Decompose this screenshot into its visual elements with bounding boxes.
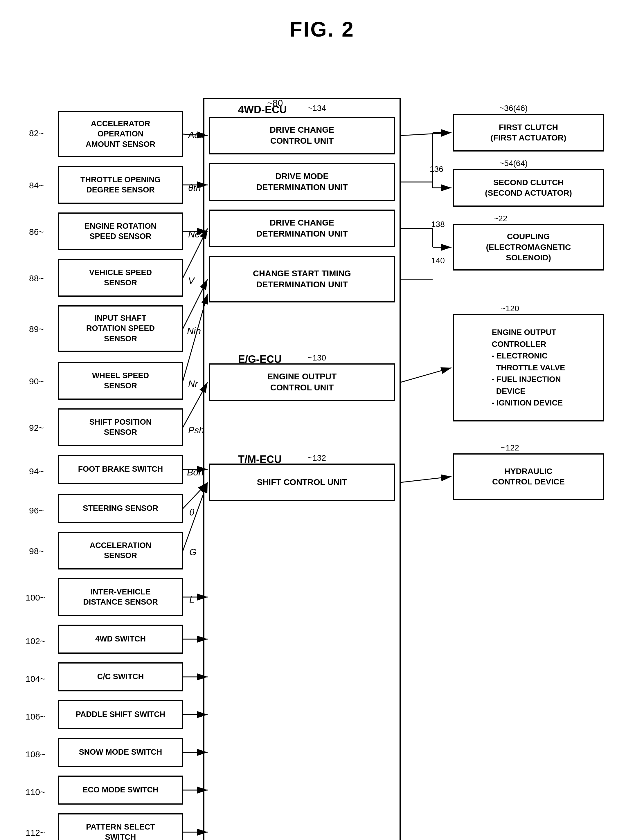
ref-22: ~22 <box>494 214 508 223</box>
svg-line-28 <box>401 477 452 482</box>
ref-106: 106~ <box>26 712 45 722</box>
ref-136: 136 <box>430 164 444 174</box>
sensor-84: THROTTLE OPENINGDEGREE SENSOR <box>58 166 183 204</box>
ref-86: 86~ <box>29 227 44 237</box>
output-second-clutch: SECOND CLUTCH(SECOND ACTUATOR) <box>453 169 604 207</box>
signal-bon: Bon <box>187 467 204 478</box>
sensor-108: SNOW MODE SWITCH <box>58 738 183 767</box>
ref-138: 138 <box>431 220 445 229</box>
ref-122: ~122 <box>501 443 519 453</box>
ref-134: ~134 <box>308 103 326 113</box>
sensor-112: PATTERN SELECTSWITCH <box>58 813 183 840</box>
unit-drive-change-det: DRIVE CHANGEDETERMINATION UNIT <box>209 210 395 247</box>
ref-130: ~130 <box>308 353 326 363</box>
sensor-110: ECO MODE SWITCH <box>58 776 183 805</box>
ref-84: 84~ <box>29 180 44 190</box>
unit-shift-control: SHIFT CONTROL UNIT <box>209 464 395 501</box>
ref-102: 102~ <box>26 636 45 646</box>
ref-88: 88~ <box>29 273 44 283</box>
ref-104: 104~ <box>26 674 45 684</box>
output-engine-controller: ENGINE OUTPUTCONTROLLER- ELECTRONIC THRO… <box>453 314 604 422</box>
ref-112: 112~ <box>26 828 45 838</box>
sensor-90: WHEEL SPEEDSENSOR <box>58 362 183 400</box>
sensor-104: C/C SWITCH <box>58 662 183 691</box>
unit-drive-change-control: DRIVE CHANGECONTROL UNIT <box>209 116 395 154</box>
signal-ne: Ne <box>188 229 200 240</box>
sensor-92: SHIFT POSITIONSENSOR <box>58 409 183 446</box>
ref-92: 92~ <box>29 423 44 433</box>
sensor-89: INPUT SHAFTROTATION SPEEDSENSOR <box>58 305 183 352</box>
page-title: FIG. 2 <box>0 0 644 53</box>
ref-98: 98~ <box>29 546 44 556</box>
signal-nr: Nr <box>188 379 198 389</box>
ref-110: 110~ <box>26 787 45 797</box>
output-hydraulic: HYDRAULICCONTROL DEVICE <box>453 453 604 500</box>
signal-acc: Acc <box>188 130 204 141</box>
signal-nin: Nin <box>187 326 201 336</box>
unit-engine-output-control: ENGINE OUTPUTCONTROL UNIT <box>209 363 395 401</box>
sensor-88: VEHICLE SPEEDSENSOR <box>58 259 183 297</box>
ref-140: 140 <box>431 256 445 265</box>
signal-th: θth <box>188 182 201 193</box>
signal-psh: Psh <box>188 425 204 436</box>
signal-g: G <box>189 547 197 558</box>
ref-94: 94~ <box>29 466 44 476</box>
signal-l: L <box>189 594 194 605</box>
sensor-94: FOOT BRAKE SWITCH <box>58 455 183 484</box>
signal-v: V <box>188 276 194 286</box>
sensor-100: INTER-VEHICLEDISTANCE SENSOR <box>58 578 183 616</box>
sensor-98: ACCELERATIONSENSOR <box>58 532 183 569</box>
svg-line-27 <box>401 368 452 382</box>
ref-3646: ~36(46) <box>499 103 527 113</box>
diagram: ACCELERATOROPERATIONAMOUNT SENSOR 82~ TH… <box>0 53 644 837</box>
output-first-clutch: FIRST CLUTCH(FIRST ACTUATOR) <box>453 114 604 151</box>
ref-120: ~120 <box>501 304 519 313</box>
ref-96: 96~ <box>29 505 44 515</box>
ref-82: 82~ <box>29 128 44 138</box>
ecu-4wd-label: 4WD-ECU <box>238 103 287 116</box>
ref-100: 100~ <box>26 593 45 602</box>
sensor-102: 4WD SWITCH <box>58 625 183 654</box>
ref-89: 89~ <box>29 324 44 334</box>
output-coupling: COUPLING(ELECTROMAGNETICSOLENOID) <box>453 224 604 271</box>
sensor-82: ACCELERATOROPERATIONAMOUNT SENSOR <box>58 111 183 158</box>
ref-132: ~132 <box>308 453 326 463</box>
ref-108: 108~ <box>26 750 45 759</box>
ref-5464: ~54(64) <box>499 159 527 168</box>
ref-90: 90~ <box>29 376 44 386</box>
signal-theta: θ <box>189 507 194 518</box>
unit-drive-mode: DRIVE MODEDETERMINATION UNIT <box>209 163 395 201</box>
unit-change-start-timing: CHANGE START TIMINGDETERMINATION UNIT <box>209 256 395 302</box>
sensor-86: ENGINE ROTATIONSPEED SENSOR <box>58 212 183 250</box>
sensor-106: PADDLE SHIFT SWITCH <box>58 700 183 729</box>
svg-line-19 <box>401 133 452 136</box>
sensor-96: STEERING SENSOR <box>58 494 183 523</box>
